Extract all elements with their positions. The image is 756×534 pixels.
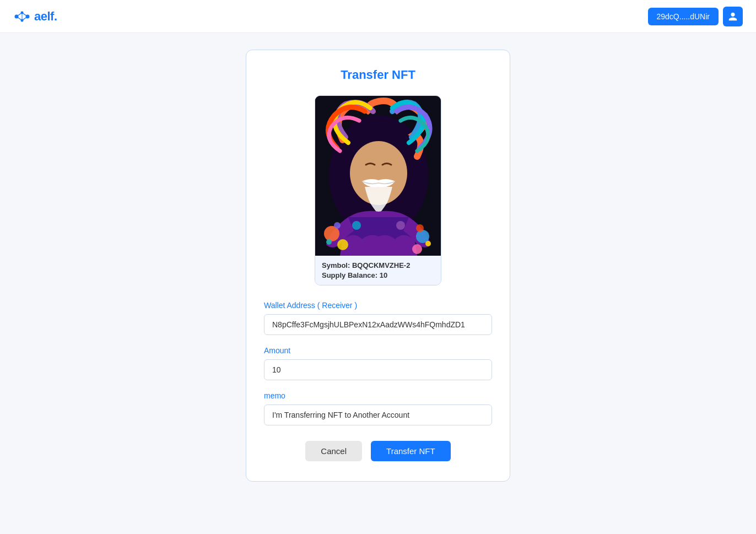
- svg-line-6: [22, 13, 28, 17]
- svg-point-19: [416, 224, 424, 232]
- svg-point-21: [425, 241, 431, 246]
- wallet-address-field-group: Wallet Address ( Receiver ): [264, 301, 492, 335]
- symbol-label: Symbol:: [322, 261, 350, 269]
- svg-line-5: [17, 17, 22, 20]
- transfer-nft-button[interactable]: Transfer NFT: [371, 441, 451, 461]
- transfer-nft-card: Transfer NFT: [246, 50, 510, 482]
- svg-point-18: [334, 222, 341, 229]
- main-content: Transfer NFT: [0, 33, 756, 534]
- nft-symbol: Symbol: BQQCKMVZHE-2: [322, 261, 434, 269]
- cancel-button[interactable]: Cancel: [305, 441, 362, 461]
- logo-text: aelf.: [34, 9, 57, 24]
- svg-line-4: [17, 13, 22, 17]
- svg-point-13: [337, 239, 348, 250]
- nft-card: Symbol: BQQCKMVZHE-2 Supply Balance: 10: [315, 95, 441, 285]
- logo: aelf.: [13, 9, 57, 24]
- action-buttons: Cancel Transfer NFT: [264, 441, 492, 461]
- supply-value: 10: [380, 271, 387, 279]
- user-icon-button[interactable]: [723, 7, 743, 26]
- app-header: aelf. 29dcQ.....dUNir: [0, 0, 756, 33]
- page-title: Transfer NFT: [264, 68, 492, 82]
- svg-point-16: [352, 221, 361, 230]
- amount-field-group: Amount: [264, 346, 492, 380]
- amount-input[interactable]: [264, 359, 492, 380]
- svg-point-17: [396, 221, 405, 230]
- nft-card-wrapper: Symbol: BQQCKMVZHE-2 Supply Balance: 10: [264, 95, 492, 285]
- nft-info: Symbol: BQQCKMVZHE-2 Supply Balance: 10: [315, 256, 441, 285]
- header-actions: 29dcQ.....dUNir: [648, 7, 743, 26]
- nft-image: [315, 96, 441, 256]
- svg-line-7: [22, 17, 28, 20]
- wallet-address-input[interactable]: [264, 314, 492, 335]
- supply-label: Supply Balance:: [322, 271, 377, 279]
- memo-label: memo: [264, 391, 492, 400]
- wallet-address-label: Wallet Address ( Receiver ): [264, 301, 492, 310]
- amount-label: Amount: [264, 346, 492, 355]
- memo-input[interactable]: [264, 404, 492, 425]
- svg-point-20: [326, 239, 332, 245]
- user-icon: [728, 12, 738, 21]
- memo-field-group: memo: [264, 391, 492, 425]
- symbol-value: BQQCKMVZHE-2: [352, 261, 410, 269]
- wallet-address-button[interactable]: 29dcQ.....dUNir: [648, 8, 719, 25]
- nft-supply: Supply Balance: 10: [322, 271, 434, 279]
- svg-point-15: [412, 244, 422, 254]
- nft-artwork: [315, 96, 441, 256]
- logo-icon: [13, 9, 31, 24]
